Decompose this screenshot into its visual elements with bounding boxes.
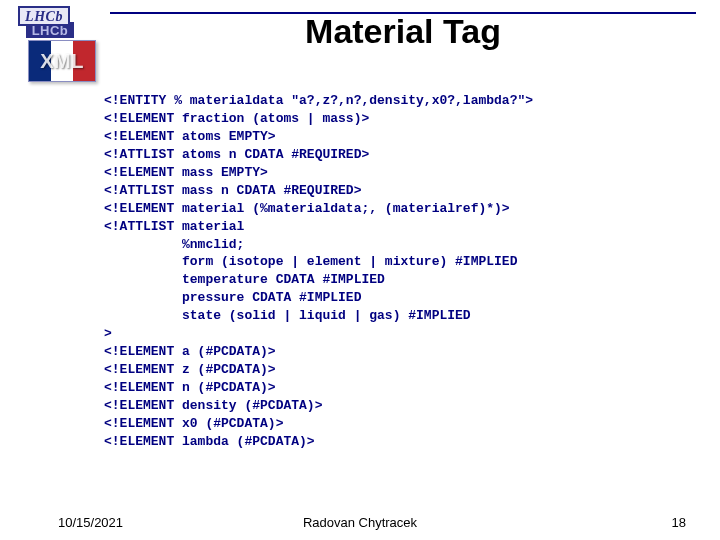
- footer: 10/15/2021 Radovan Chytracek 18: [24, 510, 696, 530]
- xml-label: XML: [40, 50, 84, 73]
- slide: XML LHCb LHCb Material Tag <!ENTITY % ma…: [0, 0, 720, 540]
- xml-flag-block: XML: [28, 40, 96, 82]
- page-title: Material Tag: [110, 12, 696, 51]
- footer-page-number: 18: [672, 515, 686, 530]
- logo: XML LHCb LHCb: [18, 6, 104, 78]
- footer-author: Radovan Chytracek: [24, 515, 696, 530]
- lhcb-front: LHCb: [18, 6, 70, 26]
- lhcb-badge-icon: LHCb LHCb: [18, 6, 78, 42]
- dtd-code-block: <!ENTITY % materialdata "a?,z?,n?,densit…: [104, 92, 696, 451]
